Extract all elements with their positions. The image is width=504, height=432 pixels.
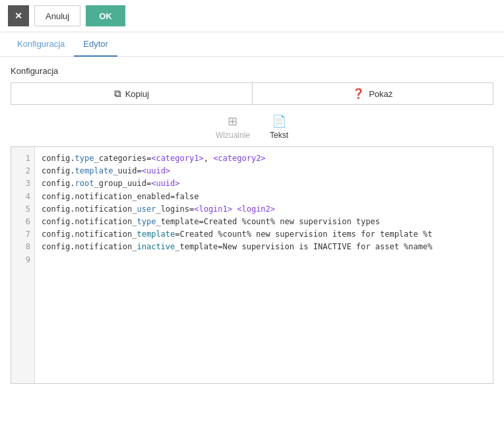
close-button[interactable]: ✕ xyxy=(8,5,29,26)
text-icon: 📄 xyxy=(272,114,286,129)
action-buttons: ⧉ Kopiuj ❓ Pokaż xyxy=(11,82,493,105)
line-num: 5 xyxy=(15,203,30,216)
line-num: 1 xyxy=(15,152,30,165)
wizualnie-label: Wizualnie xyxy=(216,131,250,140)
code-line-6: config.notification_type_template=Create… xyxy=(42,216,486,228)
anuluj-button[interactable]: Anuluj xyxy=(34,5,80,26)
code-line-7: config.notification_template=Created %co… xyxy=(42,228,486,241)
line-num: 2 xyxy=(15,165,30,177)
main-content: Konfiguracja ⧉ Kopiuj ❓ Pokaż ⊞ Wizualni… xyxy=(0,57,504,393)
line-num: 9 xyxy=(15,254,30,266)
view-mode-tabs: ⊞ Wizualnie 📄 Tekst xyxy=(11,114,493,140)
kopiuj-label: Kopiuj xyxy=(125,89,149,99)
code-line-8: config.notification_inactive_template=Ne… xyxy=(42,241,486,253)
toolbar: ✕ Anuluj OK xyxy=(0,0,504,32)
main-tabs: Konfiguracja Edytor xyxy=(0,32,504,57)
tekst-label: Tekst xyxy=(270,131,288,140)
code-line-4: config.notification_enabled=false xyxy=(42,191,486,203)
view-tab-wizualnie[interactable]: ⊞ Wizualnie xyxy=(216,114,250,140)
line-numbers: 1 2 3 4 5 6 7 8 9 xyxy=(11,147,35,383)
code-line-5: config.notification_user_logins=<login1>… xyxy=(42,203,486,216)
ok-button[interactable]: OK xyxy=(86,5,125,26)
close-icon: ✕ xyxy=(15,11,22,21)
code-line-9 xyxy=(42,254,486,266)
help-icon: ❓ xyxy=(352,88,365,100)
pokaz-label: Pokaż xyxy=(369,89,393,99)
code-line-1: config.type_categories=<category1>, <cat… xyxy=(42,152,486,165)
line-num: 6 xyxy=(15,216,30,228)
copy-icon: ⧉ xyxy=(114,88,121,100)
code-line-3: config.root_group_uuid=<uuid> xyxy=(42,177,486,190)
tab-edytor[interactable]: Edytor xyxy=(74,32,117,57)
kopiuj-button[interactable]: ⧉ Kopiuj xyxy=(11,82,252,105)
code-line-2: config.template_uuid=<uuid> xyxy=(42,165,486,177)
line-num: 7 xyxy=(15,228,30,241)
line-num: 8 xyxy=(15,241,30,253)
code-content[interactable]: config.type_categories=<category1>, <cat… xyxy=(35,147,493,383)
code-editor[interactable]: 1 2 3 4 5 6 7 8 9 config.type_categories… xyxy=(11,146,493,384)
pokaz-button[interactable]: ❓ Pokaż xyxy=(252,82,494,105)
line-num: 3 xyxy=(15,177,30,190)
grid-icon: ⊞ xyxy=(228,114,237,129)
view-tab-tekst[interactable]: 📄 Tekst xyxy=(270,114,288,140)
line-num: 4 xyxy=(15,191,30,203)
section-label: Konfiguracja xyxy=(11,66,493,76)
tab-konfiguracja[interactable]: Konfiguracja xyxy=(8,32,74,57)
